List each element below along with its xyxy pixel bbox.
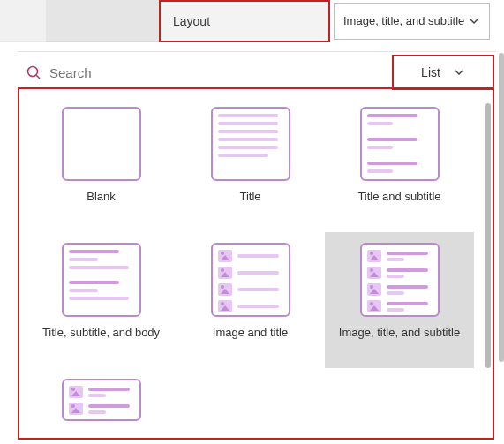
preview-partial bbox=[62, 379, 141, 421]
search-input[interactable] bbox=[49, 65, 392, 80]
outer-scrollbar[interactable] bbox=[499, 53, 504, 424]
preview-title-subtitle-body bbox=[62, 243, 141, 317]
layout-option-blank[interactable]: Blank bbox=[26, 96, 176, 232]
layout-grid: Blank Title bbox=[26, 96, 475, 421]
view-toggle-label: List bbox=[421, 65, 440, 79]
layout-label: Title and subtitle bbox=[357, 190, 440, 204]
layout-label-text: Layout bbox=[173, 14, 210, 28]
top-gap-cell bbox=[46, 0, 159, 42]
layout-label: Image, title, and subtitle bbox=[339, 326, 460, 340]
layout-option-image-title-subtitle[interactable]: Image, title, and subtitle bbox=[325, 232, 474, 368]
layout-property-label: Layout bbox=[159, 0, 330, 42]
scrollbar-thumb[interactable] bbox=[499, 53, 504, 362]
top-blank-cell bbox=[0, 0, 46, 42]
layout-option-image-title[interactable]: Image and title bbox=[176, 232, 325, 368]
panel-scrollbar[interactable] bbox=[485, 103, 491, 412]
layout-picker-panel: List Blank Title bbox=[18, 51, 496, 440]
svg-point-0 bbox=[28, 67, 38, 77]
search-icon bbox=[25, 64, 42, 81]
preview-image-title-subtitle bbox=[360, 243, 440, 317]
layout-label: Title bbox=[239, 190, 260, 204]
layout-value-dropdown[interactable]: Image, title, and subtitle bbox=[334, 3, 490, 40]
view-toggle-button[interactable]: List bbox=[392, 55, 494, 90]
layout-option-title-subtitle[interactable]: Title and subtitle bbox=[325, 96, 474, 232]
preview-blank bbox=[62, 107, 141, 181]
preview-title-subtitle bbox=[360, 107, 440, 181]
preview-image-title bbox=[211, 243, 290, 317]
layout-label: Image and title bbox=[213, 326, 288, 340]
layout-label: Title, subtitle, and body bbox=[42, 326, 160, 340]
layout-label: Blank bbox=[87, 190, 116, 204]
chevron-down-icon bbox=[468, 15, 480, 27]
layout-option-title[interactable]: Title bbox=[176, 96, 325, 232]
scrollbar-thumb[interactable] bbox=[485, 103, 491, 368]
chevron-down-icon bbox=[453, 66, 465, 79]
svg-line-1 bbox=[36, 75, 40, 79]
layout-option-title-subtitle-body[interactable]: Title, subtitle, and body bbox=[26, 232, 176, 368]
preview-title bbox=[211, 107, 290, 181]
layout-value-text: Image, title, and subtitle bbox=[343, 14, 464, 28]
layout-option-partial[interactable] bbox=[26, 368, 176, 421]
